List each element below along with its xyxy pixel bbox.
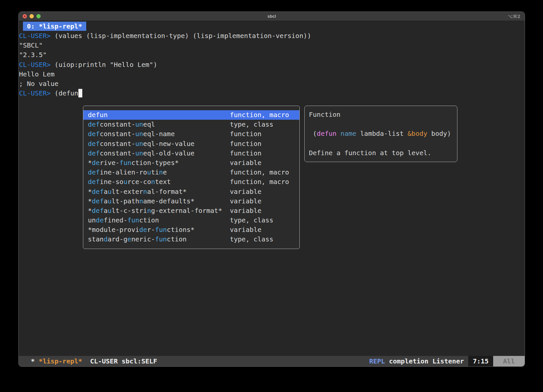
- text-segment: n: [147, 207, 151, 215]
- text-segment: g-external-format*: [151, 207, 222, 215]
- text-segment: e: [163, 168, 167, 176]
- completion-item-name: *module-provider-functions*: [88, 226, 194, 234]
- title-bar[interactable]: sbcl ⌥⌘2: [19, 12, 525, 21]
- completion-item[interactable]: *default-c-string-external-format*variab…: [83, 206, 299, 216]
- completion-item[interactable]: undefined-functiontype, class: [83, 216, 299, 225]
- completion-item[interactable]: defunfunction, macro: [83, 110, 299, 120]
- repl-output[interactable]: CL-USER> (values (lisp-implementation-ty…: [19, 31, 525, 98]
- text-segment: Hello Lem: [19, 70, 54, 78]
- text-segment: (: [309, 130, 317, 137]
- text-segment: u: [123, 178, 127, 186]
- repl-line: CL-USER> (values (lisp-implementation-ty…: [19, 31, 525, 41]
- completion-item[interactable]: defconstant-uneql-namefunction: [83, 129, 299, 139]
- text-segment: n: [151, 178, 155, 186]
- text-segment: Define a function at top level.: [309, 149, 431, 157]
- text-segment: un: [135, 140, 143, 148]
- completion-item-kind: function, macro: [230, 110, 289, 120]
- completion-item-name: define-source-context: [88, 178, 171, 186]
- text-segment: un: [135, 120, 143, 128]
- completion-item[interactable]: defconstant-uneqltype, class: [83, 120, 299, 129]
- text-segment: ctions*: [167, 226, 194, 234]
- text-segment: Function: [309, 111, 340, 118]
- repl-line: CL-USER> (uiop:println "Hello Lem"): [19, 60, 525, 70]
- completion-item[interactable]: define-alien-routinefunction, macro: [83, 168, 299, 177]
- text-segment: *module-provi: [88, 226, 139, 234]
- text-segment: a: [104, 188, 108, 196]
- text-segment: CL-USER>: [19, 61, 50, 69]
- text-segment: rive-: [100, 159, 119, 167]
- text-segment: fun: [119, 159, 131, 167]
- text-segment: eql-name: [143, 130, 175, 138]
- text-segment: *: [88, 197, 92, 205]
- completion-item-name: *default-pathname-defaults*: [88, 197, 194, 205]
- text-segment: u: [108, 188, 111, 196]
- completion-item[interactable]: defconstant-uneql-old-valuefunction: [83, 149, 299, 158]
- completion-item[interactable]: define-source-contextfunction, macro: [83, 177, 299, 187]
- cursor-position-indicator: 7:15: [468, 356, 493, 366]
- editor-area[interactable]: 0: *lisp-repl* CL-USER> (values (lisp-im…: [19, 21, 525, 356]
- text-segment: *lisp-repl*: [39, 357, 82, 365]
- text-segment: [336, 130, 340, 137]
- completion-item[interactable]: *default-external-format*variable: [83, 187, 299, 196]
- buffer-tab-bar: 0: *lisp-repl*: [19, 21, 525, 31]
- text-segment: un: [88, 216, 96, 224]
- text-segment: un: [135, 149, 143, 157]
- text-segment: a: [104, 197, 108, 205]
- text-segment: def: [88, 140, 100, 148]
- doc-line: (defun name lambda-list &body body): [309, 129, 457, 138]
- completion-item-name: defun: [88, 111, 108, 119]
- repl-line: "SBCL": [19, 41, 525, 50]
- completion-item[interactable]: defconstant-uneql-new-valuefunction: [83, 139, 299, 149]
- modeline-modes: REPL completion Listener: [369, 356, 464, 366]
- completion-item[interactable]: *module-provider-functions*variable: [83, 225, 299, 235]
- tab-lisp-repl[interactable]: 0: *lisp-repl*: [23, 22, 86, 31]
- text-segment: constant-: [100, 120, 135, 128]
- text-segment: u: [108, 197, 111, 205]
- text-segment: ine-alien-ro: [100, 168, 147, 176]
- doc-line: Function: [309, 110, 457, 119]
- text-segment: ction: [139, 216, 159, 224]
- doc-line: [309, 119, 457, 129]
- text-segment: (defun: [50, 89, 78, 97]
- terminal-window: sbcl ⌥⌘2 0: *lisp-repl* CL-USER> (values…: [18, 11, 525, 367]
- text-segment: completion Listener: [385, 357, 464, 365]
- text-segment: CL-USER>: [19, 89, 50, 97]
- documentation-popup: Function (defun name lambda-list &body b…: [304, 106, 457, 162]
- repl-line: ; No value: [19, 79, 525, 89]
- text-segment: "2.3.5": [19, 51, 47, 59]
- text-segment: eql-old-value: [143, 149, 195, 157]
- text-segment: &body: [408, 130, 427, 137]
- text-segment: name: [340, 130, 356, 137]
- text-segment: eql-new-value: [143, 140, 195, 148]
- completion-item-kind: function: [230, 139, 261, 149]
- completion-item-kind: variable: [230, 196, 261, 206]
- completion-item-kind: variable: [230, 158, 261, 168]
- completion-item-name: defconstant-uneql-new-value: [88, 140, 194, 148]
- completion-item[interactable]: *derive-function-types*variable: [83, 158, 299, 168]
- text-segment: u: [108, 207, 111, 215]
- completion-item[interactable]: *default-pathname-defaults*variable: [83, 196, 299, 206]
- text-segment: constant-: [100, 149, 135, 157]
- completion-item-kind: function, macro: [230, 177, 289, 187]
- text-segment: n: [139, 197, 143, 205]
- text-segment: lt-path: [111, 197, 139, 205]
- text-segment: (uiop:println "Hello Lem"): [50, 61, 157, 69]
- text-segment: REPL: [369, 357, 385, 365]
- text-segment: fun: [155, 226, 167, 234]
- text-segment: e: [127, 235, 131, 243]
- scroll-indicator: All: [493, 356, 525, 366]
- text-segment: ction: [167, 235, 187, 243]
- text-segment: CL-USER sbcl:SELF: [82, 357, 157, 365]
- text-segment: *: [31, 357, 39, 365]
- text-segment: *: [88, 159, 92, 167]
- text-segment: def: [88, 149, 100, 157]
- text-segment: d: [104, 235, 108, 243]
- text-segment: rce-co: [127, 178, 151, 186]
- repl-line: Hello Lem: [19, 70, 525, 79]
- text-segment: de: [139, 226, 147, 234]
- completion-item[interactable]: standard-generic-functiontype, class: [83, 235, 299, 244]
- text-segment: def: [88, 130, 100, 138]
- text-segment: def: [92, 197, 104, 205]
- text-segment: def: [88, 178, 100, 186]
- text-segment: ti: [151, 168, 159, 176]
